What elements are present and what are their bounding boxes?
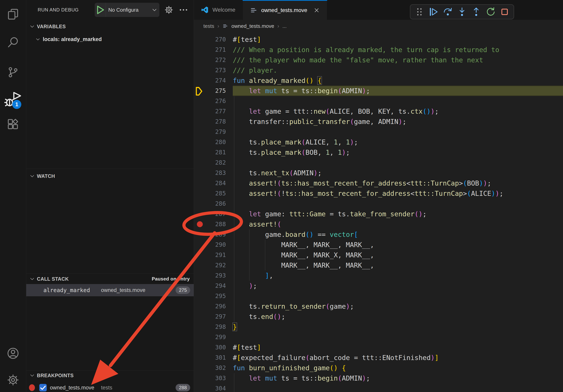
- line-number[interactable]: 297: [194, 312, 226, 322]
- breadcrumb-file[interactable]: owned_tests.move: [231, 23, 274, 29]
- stop-button[interactable]: [499, 7, 510, 17]
- restart-button[interactable]: [485, 7, 496, 17]
- drag-handle-icon[interactable]: [414, 7, 424, 17]
- code-line-299[interactable]: 299: [194, 332, 563, 342]
- code-line-271[interactable]: 271/// When a position is already marked…: [194, 45, 563, 55]
- line-number[interactable]: 285: [194, 188, 226, 198]
- variables-section-header[interactable]: VARIABLES: [26, 20, 194, 33]
- code-line-279[interactable]: 279: [194, 127, 563, 137]
- line-number[interactable]: 303: [194, 373, 226, 383]
- code-line-301[interactable]: 301#[expected_failure(abort_code = ttt::…: [194, 353, 563, 363]
- tab-owned-tests[interactable]: owned_tests.move: [243, 0, 327, 20]
- debug-configuration-dropdown[interactable]: No Configura: [95, 3, 159, 17]
- line-number[interactable]: 286: [194, 198, 226, 209]
- code-line-276[interactable]: 276: [194, 96, 563, 106]
- code-line-302[interactable]: 302fun burn_unfinished_game() {: [194, 363, 563, 373]
- vscode-logo-icon: [201, 6, 209, 14]
- code-line-300[interactable]: 300#[test]: [194, 342, 563, 353]
- indent-guide: [249, 229, 250, 281]
- start-debug-icon[interactable]: [95, 3, 106, 17]
- line-number[interactable]: 302: [194, 363, 226, 373]
- line-number[interactable]: 293: [194, 270, 226, 281]
- code-line-273[interactable]: 273/// player.: [194, 65, 563, 75]
- activity-explorer[interactable]: [0, 4, 26, 24]
- code-line-298[interactable]: 298}: [194, 322, 563, 332]
- code-line-295[interactable]: 295: [194, 291, 563, 301]
- code-line-297[interactable]: 297 ts.end();: [194, 312, 563, 322]
- locals-scope-row[interactable]: locals: already_marked: [26, 33, 194, 45]
- code-line-281[interactable]: 281 ts.place_mark(BOB, 1, 1);: [194, 147, 563, 157]
- line-number[interactable]: 271: [194, 45, 226, 55]
- code-line-275[interactable]: 275 let mut ts = ts::begin(ADMIN);: [194, 86, 563, 96]
- code-line-286[interactable]: 286: [194, 198, 563, 209]
- line-number[interactable]: 289: [194, 229, 226, 240]
- breakpoints-section-header[interactable]: BREAKPOINTS: [26, 370, 194, 380]
- breadcrumb-folder[interactable]: tests: [203, 23, 214, 29]
- line-number[interactable]: 283: [194, 168, 226, 178]
- line-number[interactable]: 287: [194, 209, 226, 219]
- code-line-283[interactable]: 283 ts.next_tx(ADMIN);: [194, 168, 563, 178]
- line-number[interactable]: 291: [194, 250, 226, 260]
- line-number[interactable]: 281: [194, 147, 226, 157]
- line-number[interactable]: 274: [194, 75, 226, 86]
- line-number[interactable]: 272: [194, 55, 226, 65]
- line-number[interactable]: 276: [194, 96, 226, 106]
- step-out-button[interactable]: [471, 7, 481, 17]
- breakpoint-checkbox[interactable]: [39, 384, 47, 392]
- line-number[interactable]: 301: [194, 353, 226, 363]
- code-line-303[interactable]: 303 let mut ts = ts::begin(ADMIN);: [194, 373, 563, 383]
- code-line-280[interactable]: 280 ts.place_mark(ALICE, 1, 1);: [194, 137, 563, 147]
- step-over-button[interactable]: [443, 7, 453, 17]
- line-number[interactable]: 290: [194, 240, 226, 250]
- move-file-icon: [222, 23, 228, 29]
- breakpoint-list-item[interactable]: owned_tests.move tests 288: [26, 381, 194, 392]
- code-line-296[interactable]: 296 ts.return_to_sender(game);: [194, 301, 563, 312]
- line-number[interactable]: 275: [194, 86, 226, 96]
- breadcrumb-more[interactable]: ...: [282, 23, 287, 29]
- line-number[interactable]: 296: [194, 301, 226, 312]
- line-number[interactable]: 304: [194, 383, 226, 392]
- activity-run-and-debug[interactable]: 1: [0, 90, 26, 109]
- line-number[interactable]: 280: [194, 137, 226, 147]
- activity-search[interactable]: [0, 33, 26, 52]
- activity-settings[interactable]: [0, 370, 26, 390]
- tab-welcome[interactable]: Welcome: [194, 0, 243, 20]
- step-into-button[interactable]: [457, 7, 467, 17]
- line-number[interactable]: 284: [194, 178, 226, 188]
- activity-extensions[interactable]: [0, 114, 26, 134]
- line-number[interactable]: 288: [194, 219, 226, 229]
- code-line-304[interactable]: 304: [194, 383, 563, 392]
- line-number[interactable]: 298: [194, 322, 226, 332]
- line-number[interactable]: 294: [194, 281, 226, 291]
- activity-source-control[interactable]: [0, 62, 26, 82]
- code-line-278[interactable]: 278 transfer::public_transfer(game, ADMI…: [194, 117, 563, 127]
- stack-frame-row[interactable]: already_marked owned_tests.move 275: [26, 284, 194, 296]
- code-line-294[interactable]: 294 );: [194, 281, 563, 291]
- code-line-284[interactable]: 284 assert!(ts::has_most_recent_for_addr…: [194, 178, 563, 188]
- line-number[interactable]: 273: [194, 65, 226, 75]
- line-number[interactable]: 277: [194, 106, 226, 117]
- code-line-285[interactable]: 285 assert!(!ts::has_most_recent_for_add…: [194, 188, 563, 198]
- line-number[interactable]: 278: [194, 117, 226, 127]
- continue-button[interactable]: [428, 7, 439, 17]
- activity-account[interactable]: [0, 343, 26, 363]
- call-stack-section-header[interactable]: CALL STACK Paused on entry: [26, 274, 194, 284]
- code-line-287[interactable]: 287 let game: ttt::Game = ts.take_from_s…: [194, 209, 563, 219]
- code-line-288[interactable]: 288 assert!(: [194, 219, 563, 229]
- line-number[interactable]: 295: [194, 291, 226, 301]
- line-number[interactable]: 270: [194, 34, 226, 45]
- line-number[interactable]: 279: [194, 127, 226, 137]
- line-number[interactable]: 300: [194, 342, 226, 353]
- debug-settings-gear-icon[interactable]: [164, 5, 173, 14]
- code-line-282[interactable]: 282: [194, 157, 563, 168]
- code-line-277[interactable]: 277 let game = ttt::new(ALICE, BOB, KEY,…: [194, 106, 563, 117]
- code-line-272[interactable]: 272/// the player who made the "false" m…: [194, 55, 563, 65]
- watch-section-header[interactable]: WATCH: [26, 169, 194, 183]
- more-actions-icon[interactable]: [179, 5, 188, 14]
- line-number[interactable]: 282: [194, 157, 226, 168]
- line-number[interactable]: 299: [194, 332, 226, 342]
- code-line-270[interactable]: 270#[test]: [194, 34, 563, 45]
- close-icon[interactable]: [313, 7, 320, 14]
- code-line-274[interactable]: 274fun already_marked() {: [194, 75, 563, 86]
- line-number[interactable]: 292: [194, 260, 226, 270]
